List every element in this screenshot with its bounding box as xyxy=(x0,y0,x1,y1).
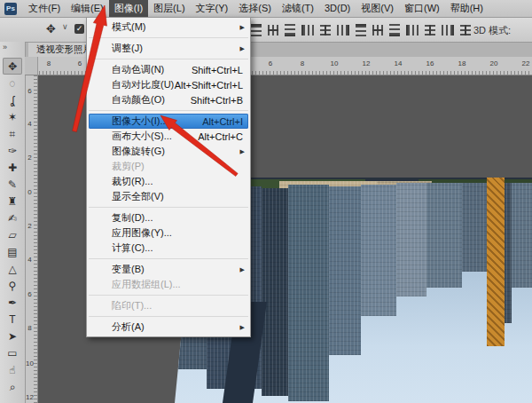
align-icon-distribute-top-edges[interactable] xyxy=(356,24,366,36)
photo-shape-tower-7 xyxy=(396,183,426,296)
tool-button-healing-brush-tool[interactable]: ✚ xyxy=(3,159,22,176)
menu-item-apply-image[interactable]: 应用图像(Y)... ▶ xyxy=(87,225,250,241)
menu-item-trim[interactable]: 裁切(R)... ▶ xyxy=(87,174,250,189)
tool-button-clone-stamp-tool[interactable]: ♜ xyxy=(3,193,22,209)
menu-item-label: 自动颜色(O) xyxy=(112,93,165,107)
tool-button-pen-tool[interactable]: ✒ xyxy=(3,294,22,311)
menu-item-variables[interactable]: 变量(B) ▶ xyxy=(87,262,250,277)
menu-separator xyxy=(89,207,248,208)
tool-button-path-selection-tool[interactable]: ➤ xyxy=(3,328,22,344)
align-icon-align-horizontal-centers[interactable] xyxy=(320,25,331,36)
menubar-item-file[interactable]: 文件(F) xyxy=(23,0,66,17)
menu-separator xyxy=(89,295,248,296)
menu-item-auto-contrast[interactable]: 自动对比度(U) Alt+Shift+Ctrl+L ▶ xyxy=(87,77,250,92)
menu-separator xyxy=(89,59,248,59)
menu-item-mode[interactable]: 模式(M) ▶ xyxy=(87,20,250,35)
ruler-number: 22 xyxy=(522,59,530,67)
align-icon-align-left-edges[interactable] xyxy=(301,25,314,36)
align-icon-distribute-vertical-centers[interactable] xyxy=(372,25,383,36)
menubar-item-layer[interactable]: 图层(L) xyxy=(148,0,190,17)
menu-item-reveal-all[interactable]: 显示全部(V) ▶ xyxy=(87,189,250,204)
menu-item-analysis[interactable]: 分析(A) ▶ xyxy=(87,320,250,335)
align-icon-distribute-right-edges[interactable] xyxy=(442,25,454,36)
menu-item-auto-color[interactable]: 自动颜色(O) Shift+Ctrl+B ▶ xyxy=(87,92,250,107)
menu-item-label: 裁剪(P) xyxy=(112,160,145,173)
photo-shape-tower-3 xyxy=(262,188,288,396)
menu-item-adjustments[interactable]: 调整(J) ▶ xyxy=(87,41,250,56)
tool-button-crop-tool[interactable]: ⌗ xyxy=(3,125,22,142)
menu-item-label: 图像大小(I)... xyxy=(112,115,168,128)
menu-separator xyxy=(89,37,248,38)
menu-item-image-rotation[interactable]: 图像旋转(G) ▶ xyxy=(87,144,250,159)
move-tool-icon: ✥ xyxy=(46,22,56,36)
menu-item-trap[interactable]: 陷印(T)... ▶ xyxy=(87,298,250,313)
tool-button-zoom-tool[interactable]: ⌕ xyxy=(3,378,22,395)
ruler-number: 4 xyxy=(26,121,34,128)
tool-button-history-brush-tool[interactable]: ✍ xyxy=(3,209,22,226)
menu-item-apply-data-set[interactable]: 应用数据组(L)... ▶ xyxy=(87,277,250,292)
menu-item-label: 调整(J) xyxy=(112,42,143,55)
tools-panel: » ✥ ◌ ʆ ✶ ⌗ ✑ ✚ ✎ ♜ ✍ ▱ xyxy=(0,42,26,403)
menubar-items: 文件(F)编辑(E)图像(I)图层(L)文字(Y)选择(S)滤镜(T)3D(D)… xyxy=(23,0,489,17)
ruler-number: 10 xyxy=(26,360,34,367)
tool-button-type-tool[interactable]: T xyxy=(3,311,22,328)
tool-preset-chevron-icon[interactable]: ∨ xyxy=(62,22,68,31)
tool-button-hand-tool[interactable]: ☝ xyxy=(3,361,22,378)
menu-item-label: 应用数据组(L)... xyxy=(112,278,181,291)
submenu-arrow-icon: ▶ xyxy=(240,266,245,273)
ruler-number: 6 xyxy=(26,291,34,298)
tool-button-eraser-tool[interactable]: ▱ xyxy=(3,226,22,243)
tool-button-quick-selection-tool[interactable]: ✶ xyxy=(3,108,22,125)
menubar-item-window[interactable]: 窗口(W) xyxy=(399,0,445,17)
align-icon-auto-align-layers[interactable] xyxy=(460,25,471,36)
menubar-item-image[interactable]: 图像(I) xyxy=(109,0,148,17)
menu-item-shortcut: Alt+Ctrl+C xyxy=(198,131,243,142)
menu-item-label: 画布大小(S)... xyxy=(112,130,172,143)
menubar-item-edit[interactable]: 编辑(E) xyxy=(66,0,109,17)
menubar-item-select[interactable]: 选择(S) xyxy=(233,0,277,17)
tool-button-rectangle-tool[interactable]: ▭ xyxy=(3,344,22,361)
photo-shape-tower-5 xyxy=(329,186,361,355)
align-icon-align-vertical-centers[interactable] xyxy=(268,25,278,36)
align-icon-distribute-left-edges[interactable] xyxy=(406,25,419,36)
menu-item-duplicate[interactable]: 复制(D)... ▶ xyxy=(87,210,250,225)
ruler-number: 18 xyxy=(458,59,466,67)
ruler-number: 6 xyxy=(269,59,272,67)
tool-button-eyedropper-tool[interactable]: ✑ xyxy=(3,142,22,159)
tool-button-blur-tool[interactable]: △ xyxy=(3,260,22,277)
tool-button-gradient-tool[interactable]: ▤ xyxy=(3,243,22,260)
auto-select-checkbox[interactable]: ✓ xyxy=(74,24,84,34)
tool-button-lasso-tool[interactable]: ʆ xyxy=(3,91,22,108)
photoshop-logo-icon: Ps xyxy=(4,3,17,15)
menu-item-canvas-size[interactable]: 画布大小(S)... Alt+Ctrl+C ▶ xyxy=(87,129,250,144)
ruler-corner xyxy=(25,57,38,75)
tool-button-dodge-tool[interactable]: ⚲ xyxy=(3,277,22,294)
alignment-icons-row xyxy=(251,24,471,36)
menubar-item-3d[interactable]: 3D(D) xyxy=(319,0,356,17)
menubar-item-filter[interactable]: 滤镜(T) xyxy=(277,0,319,17)
menu-item-image-size[interactable]: 图像大小(I)... Alt+Ctrl+I ▶ xyxy=(89,114,248,129)
vertical-ruler: 642024681012 xyxy=(25,75,38,403)
menu-item-label: 自动色调(N) xyxy=(112,63,164,76)
align-icon-align-top-edges[interactable] xyxy=(251,24,262,36)
menubar-item-help[interactable]: 帮助(H) xyxy=(445,0,489,17)
ruler-number: 10 xyxy=(331,59,339,67)
menubar-item-type[interactable]: 文字(Y) xyxy=(191,0,234,17)
menu-item-crop[interactable]: 裁剪(P) ▶ xyxy=(87,159,250,174)
menu-item-auto-tone[interactable]: 自动色调(N) Shift+Ctrl+L ▶ xyxy=(87,62,250,77)
photo-shape-tower-11 xyxy=(512,183,532,288)
photo-shape-tower-9 xyxy=(462,183,489,272)
submenu-arrow-icon: ▶ xyxy=(240,324,245,331)
align-icon-align-right-edges[interactable] xyxy=(337,25,349,36)
tool-button-move-tool[interactable]: ✥ xyxy=(3,58,22,75)
menu-item-calculations[interactable]: 计算(C)... ▶ xyxy=(87,241,250,256)
panel-collapse-icon[interactable]: » xyxy=(3,43,7,51)
menubar-item-view[interactable]: 视图(V) xyxy=(356,0,399,17)
align-icon-distribute-bottom-edges[interactable] xyxy=(389,24,400,36)
align-icon-align-bottom-edges[interactable] xyxy=(285,24,295,36)
tool-button-brush-tool[interactable]: ✎ xyxy=(3,176,22,193)
align-icon-distribute-horizontal-centers[interactable] xyxy=(425,25,435,36)
menu-item-shortcut: Alt+Ctrl+I xyxy=(202,116,243,127)
menu-item-label: 显示全部(V) xyxy=(112,190,164,203)
tool-button-marquee-tool[interactable]: ◌ xyxy=(3,75,22,91)
